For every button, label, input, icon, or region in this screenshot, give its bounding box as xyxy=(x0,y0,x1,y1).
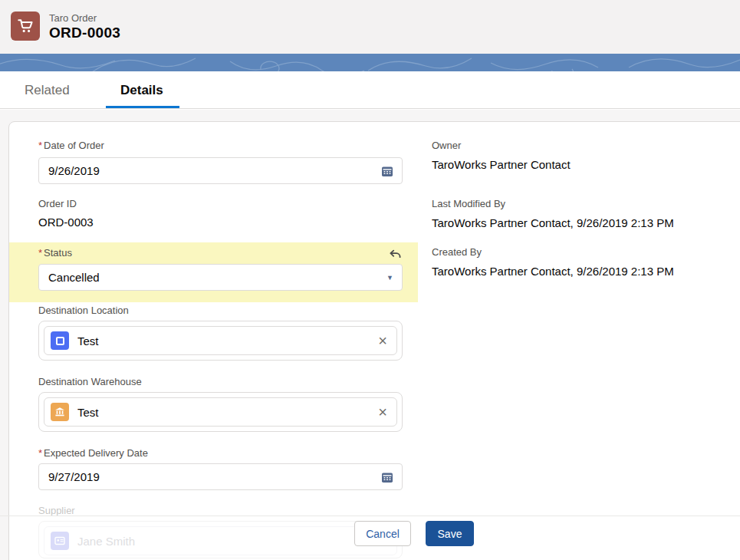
cart-icon xyxy=(11,12,40,41)
tab-details[interactable]: Details xyxy=(120,71,163,109)
active-tab-underline xyxy=(106,106,179,108)
page-title: ORD-0003 xyxy=(49,25,120,41)
date-of-order-label: *Date of Order xyxy=(38,140,104,151)
supplier-pill: Jane Smith xyxy=(44,526,397,555)
save-button[interactable]: Save xyxy=(426,521,474,546)
expected-delivery-date-value: 9/27/2019 xyxy=(48,470,100,483)
supplier-value: Jane Smith xyxy=(77,535,135,548)
required-marker: * xyxy=(38,247,42,259)
supplier-lookup: Jane Smith xyxy=(38,521,403,558)
cancel-button[interactable]: Cancel xyxy=(354,521,411,546)
required-marker: * xyxy=(38,140,42,151)
destination-warehouse-pill[interactable]: Test × xyxy=(44,397,397,427)
warehouse-icon xyxy=(51,403,69,421)
order-id-label: Order ID xyxy=(38,198,77,209)
entity-label: Taro Order xyxy=(49,12,97,24)
theme-banner xyxy=(0,54,740,71)
location-icon xyxy=(51,331,69,350)
destination-location-pill[interactable]: Test × xyxy=(44,326,397,355)
taro-order-record-page: Taro Order ORD-0003 Related Details xyxy=(0,0,740,560)
expected-delivery-date-input[interactable]: 9/27/2019 xyxy=(38,463,403,490)
required-marker: * xyxy=(38,447,42,459)
created-by-label: Created By xyxy=(432,246,482,258)
status-value: Cancelled xyxy=(48,271,100,284)
date-of-order-value: 9/26/2019 xyxy=(48,164,100,177)
destination-warehouse-label: Destination Warehouse xyxy=(38,376,142,387)
contact-icon xyxy=(51,532,69,550)
chevron-down-icon[interactable]: ▼ xyxy=(386,274,393,282)
created-by-value: TaroWorks Partner Contact, 9/26/2019 2:1… xyxy=(432,265,674,278)
destination-warehouse-lookup[interactable]: Test × xyxy=(38,392,403,432)
destination-warehouse-value: Test xyxy=(77,406,99,419)
calendar-icon[interactable] xyxy=(381,471,393,483)
destination-location-label: Destination Location xyxy=(38,305,129,316)
calendar-icon[interactable] xyxy=(381,165,393,177)
status-select[interactable]: Cancelled ▼ xyxy=(38,264,403,291)
supplier-label: Supplier xyxy=(38,505,75,516)
status-label: *Status xyxy=(38,247,72,259)
footer-divider xyxy=(0,516,740,516)
last-modified-by-label: Last Modified By xyxy=(432,198,505,209)
order-id-value: ORD-0003 xyxy=(38,216,94,229)
record-tabbar: Related Details xyxy=(0,71,740,109)
expected-delivery-date-label: *Expected Delivery Date xyxy=(38,447,148,459)
date-of-order-input[interactable]: 9/26/2019 xyxy=(38,157,403,184)
close-icon[interactable]: × xyxy=(378,404,387,420)
owner-value: TaroWorks Partner Contact xyxy=(432,158,571,171)
destination-location-lookup[interactable]: Test × xyxy=(38,321,403,361)
close-icon[interactable]: × xyxy=(378,333,387,348)
owner-label: Owner xyxy=(432,140,461,151)
tab-related[interactable]: Related xyxy=(25,71,70,109)
destination-location-value: Test xyxy=(77,334,99,348)
undo-icon[interactable] xyxy=(387,248,403,263)
last-modified-by-value: TaroWorks Partner Contact, 9/26/2019 2:1… xyxy=(432,216,674,229)
record-header: Taro Order ORD-0003 xyxy=(0,0,740,54)
